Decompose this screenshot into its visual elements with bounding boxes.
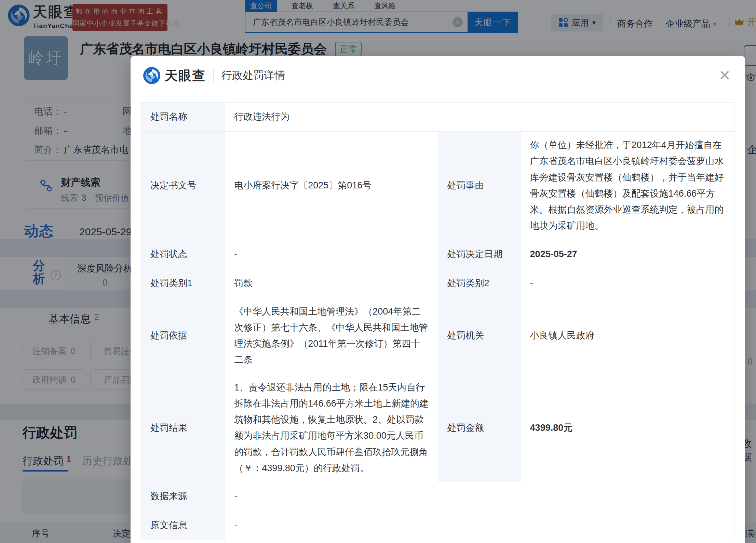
field-value: 行政违法行为 xyxy=(225,103,734,132)
field-label: 处罚事由 xyxy=(438,132,521,240)
modal-brand: 天眼查 xyxy=(165,67,206,84)
field-value: 《中华人民共和国土地管理法》（2004年第二次修正）第七十六条、《中华人民共和国… xyxy=(225,298,438,374)
field-label: 处罚依据 xyxy=(141,298,225,374)
table-row: 处罚类别1 罚款 处罚类别2 - xyxy=(141,269,734,298)
table-row: 处罚名称 行政违法行为 xyxy=(141,103,734,132)
field-value: 2025-05-27 xyxy=(521,240,734,269)
field-label: 数据来源 xyxy=(141,482,225,511)
close-icon[interactable]: ✕ xyxy=(719,68,731,83)
table-row: 原文信息 - xyxy=(141,511,734,540)
field-label: 处罚结果 xyxy=(141,374,225,482)
field-value: - xyxy=(225,511,734,540)
field-label: 处罚机关 xyxy=(438,298,521,374)
field-value: - xyxy=(521,269,734,298)
divider xyxy=(213,69,214,82)
tianyancha-logo-icon xyxy=(143,67,161,84)
field-value: - xyxy=(225,240,438,269)
field-label: 原文信息 xyxy=(141,511,225,540)
field-label: 处罚类别2 xyxy=(438,269,521,298)
field-value: 1、责令退还非法占用的土地；限在15天内自行拆除在非法占用的146.66平方米土… xyxy=(225,374,438,482)
modal-title: 行政处罚详情 xyxy=(221,68,285,83)
field-value: 电小府案行决字〔2025〕第016号 xyxy=(225,132,438,240)
field-label: 决定书文号 xyxy=(141,132,225,240)
field-label: 处罚状态 xyxy=(141,240,225,269)
modal-header: 天眼查 行政处罚详情 ✕ xyxy=(131,56,745,95)
table-row: 处罚依据 《中华人民共和国土地管理法》（2004年第二次修正）第七十六条、《中华… xyxy=(141,298,734,374)
field-label: 处罚名称 xyxy=(141,103,225,132)
field-value: 4399.80元 xyxy=(521,374,734,482)
field-value: 罚款 xyxy=(225,269,438,298)
field-value: 小良镇人民政府 xyxy=(521,298,734,374)
penalty-detail-table: 处罚名称 行政违法行为 决定书文号 电小府案行决字〔2025〕第016号 处罚事… xyxy=(141,102,734,540)
table-row: 决定书文号 电小府案行决字〔2025〕第016号 处罚事由 你（单位）未经批准，… xyxy=(141,132,734,240)
field-label: 处罚类别1 xyxy=(141,269,225,298)
field-label: 处罚决定日期 xyxy=(438,240,521,269)
field-label: 处罚金额 xyxy=(438,374,521,482)
table-row: 数据来源 - xyxy=(141,482,734,511)
modal-body: 处罚名称 行政违法行为 决定书文号 电小府案行决字〔2025〕第016号 处罚事… xyxy=(131,95,745,543)
table-row: 处罚结果 1、责令退还非法占用的土地；限在15天内自行拆除在非法占用的146.6… xyxy=(141,374,734,482)
penalty-detail-modal: 天眼查 行政处罚详情 ✕ 处罚名称 行政违法行为 决定书文号 电小府案行决字〔2… xyxy=(131,56,745,543)
field-value: 你（单位）未经批准，于2012年4月开始擅自在广东省茂名市电白区小良镇岭圩村委会… xyxy=(521,132,734,240)
table-row: 处罚状态 - 处罚决定日期 2025-05-27 xyxy=(141,240,734,269)
field-value: - xyxy=(225,482,734,511)
